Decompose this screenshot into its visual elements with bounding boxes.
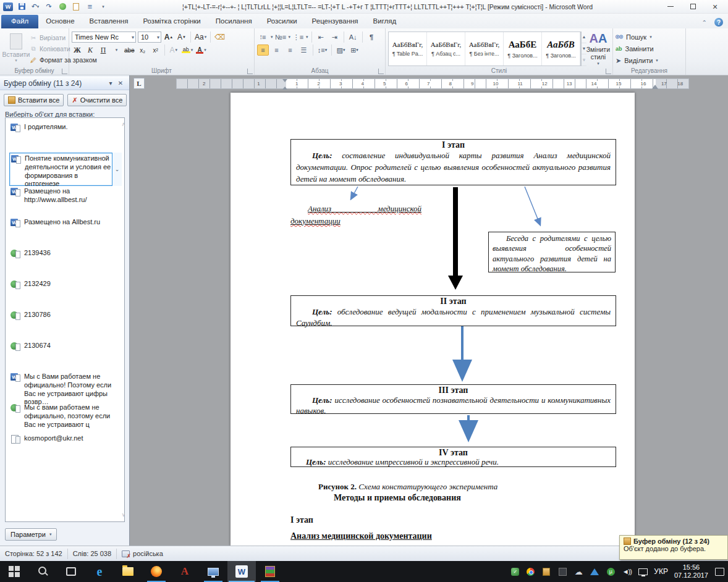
style-item[interactable]: АаБбВвГг, ¶ Table Pa...: [389, 32, 427, 65]
strikethrough-button[interactable]: abe: [124, 44, 135, 56]
help-icon[interactable]: ?: [714, 18, 723, 27]
ribbon-tab[interactable]: Розсилки: [260, 15, 305, 28]
dialog-launcher-icon[interactable]: [606, 69, 611, 74]
highlight-button[interactable]: ab▾: [181, 44, 194, 56]
shading-button[interactable]: ▨▾: [335, 44, 347, 56]
collapse-ribbon-icon[interactable]: ⌃: [702, 19, 707, 26]
dialog-launcher-icon[interactable]: [247, 69, 253, 74]
clear-formatting-button[interactable]: ⌫: [214, 32, 226, 43]
tab-selector[interactable]: L: [133, 78, 145, 89]
antivirus-icon[interactable]: ✓: [511, 568, 519, 576]
decrease-indent-button[interactable]: ⇤: [315, 32, 327, 43]
clipboard-tray-icon[interactable]: [543, 568, 550, 576]
restore-button[interactable]: [688, 2, 697, 11]
clipboard-item[interactable]: 2130786 ⌄: [9, 310, 122, 340]
taskbar-search-icon[interactable]: [28, 561, 57, 582]
dialog-launcher-icon[interactable]: [62, 69, 67, 74]
clipboard-item-dropdown-icon[interactable]: ⌄: [112, 153, 122, 186]
draw-table-icon[interactable]: ≣: [84, 2, 95, 12]
ribbon-tab[interactable]: Розмітка сторінки: [135, 15, 208, 28]
ribbon-tab[interactable]: Вигляд: [366, 15, 404, 28]
taskbar-file-explorer-icon[interactable]: [114, 561, 142, 582]
justify-button[interactable]: ☰: [298, 44, 310, 56]
bullets-button[interactable]: ⁝≡: [257, 32, 269, 43]
pane-close-icon[interactable]: ✕: [116, 78, 125, 88]
right-margin-marker[interactable]: [652, 82, 658, 89]
gallery-up-icon[interactable]: ▲: [582, 32, 586, 43]
language-indicator[interactable]: російська: [117, 549, 168, 559]
utorrent-icon[interactable]: µ: [607, 568, 615, 576]
onedrive-icon[interactable]: ☁: [574, 567, 583, 576]
select-button[interactable]: ➤Виділити▾: [616, 56, 683, 65]
ribbon-tab[interactable]: Вставлення: [82, 15, 136, 28]
clipboard-item[interactable]: 2139436 ⌄: [9, 248, 122, 279]
clipboard-item[interactable]: Размещено на http://www.allbest.ru/ ⌄: [9, 186, 122, 217]
taskbar-edge-icon[interactable]: e: [85, 561, 114, 582]
replace-button[interactable]: abЗамінити: [616, 44, 683, 54]
change-styles-button[interactable]: АА Змінити стилі ▾: [586, 32, 610, 66]
word-count[interactable]: Слів: 25 038: [68, 549, 117, 559]
document-page[interactable]: I этап Цель: составление индивидуальной …: [231, 93, 635, 546]
clock[interactable]: 15:5607.12.2017: [674, 563, 708, 580]
clipboard-item[interactable]: Размещено на Allbest.ru ⌄: [9, 217, 122, 248]
taskbar-red-a-app-icon[interactable]: A: [171, 561, 199, 582]
superscript-button[interactable]: x²: [150, 44, 161, 56]
clipboard-item[interactable]: Понятие коммуникативной деятельности и у…: [9, 153, 122, 186]
volume-icon[interactable]: ◄)): [622, 567, 632, 576]
word-logo-icon[interactable]: W: [2, 2, 14, 12]
increase-indent-button[interactable]: ⇥: [329, 32, 341, 43]
horizontal-ruler[interactable]: 21 12345678910111213141516 1718: [176, 78, 689, 89]
find-button[interactable]: ⌾⌾Пошук▾: [616, 32, 683, 42]
font-size-combo[interactable]: 10▾: [138, 32, 161, 43]
gallery-down-icon[interactable]: ▼: [582, 43, 586, 55]
bold-button[interactable]: Ж: [72, 44, 83, 56]
taskbar-start-icon[interactable]: [0, 561, 28, 582]
italic-button[interactable]: К: [85, 44, 96, 56]
style-item[interactable]: АаБбЕ ¶ Заголов...: [504, 32, 542, 65]
clipboard-item[interactable]: Мы с вами работаем не официально, поэтом…: [9, 402, 122, 433]
list-scroll-up-icon[interactable]: ∧: [121, 121, 125, 127]
sort-button[interactable]: А↓: [347, 32, 359, 43]
ribbon-tab[interactable]: Рецензування: [305, 15, 366, 28]
tab-file[interactable]: Файл: [1, 15, 38, 28]
list-scroll-down-icon[interactable]: ∨: [121, 512, 125, 518]
clipboard-item[interactable]: І родителями. ⌄: [9, 122, 122, 153]
clipboard-item[interactable]: 2130674 ⌄: [9, 340, 122, 371]
chrome-icon[interactable]: [527, 568, 535, 576]
align-center-button[interactable]: ≡: [271, 44, 282, 56]
clear-all-button[interactable]: ✗Очистити все: [67, 94, 127, 106]
close-button[interactable]: ×: [711, 2, 719, 11]
underline-button[interactable]: П: [98, 44, 109, 56]
clipboard-item[interactable]: kosmoport@ukr.net ⌄: [9, 433, 122, 464]
options-button[interactable]: Параметри▾: [5, 528, 57, 541]
network-display-icon[interactable]: [638, 568, 648, 575]
subscript-button[interactable]: x₂: [137, 44, 148, 56]
text-effects-button[interactable]: A▾: [168, 44, 179, 56]
app-grid-icon[interactable]: [559, 568, 567, 576]
style-item[interactable]: АаБбВвГг, ¶ Без інте...: [465, 32, 504, 65]
taskbar-task-view-icon[interactable]: [57, 561, 85, 582]
action-center-icon[interactable]: [715, 568, 724, 576]
line-spacing-button[interactable]: ↕≡▾: [316, 44, 328, 56]
language-switcher[interactable]: УКР: [654, 567, 668, 576]
align-right-button[interactable]: ≡: [284, 44, 296, 56]
numbering-button[interactable]: №≡: [275, 32, 287, 43]
change-case-button[interactable]: Aa▾: [194, 32, 207, 43]
taskbar-pc-app-icon[interactable]: [199, 561, 227, 582]
dialog-launcher-icon[interactable]: [378, 69, 384, 74]
ribbon-tab[interactable]: Посилання: [208, 15, 260, 28]
paste-all-button[interactable]: Вставити все: [4, 94, 64, 106]
minimize-button[interactable]: [666, 2, 675, 11]
taskbar-word-icon[interactable]: W: [227, 561, 256, 582]
style-item[interactable]: АаБбВвГг, ¶ Абзац с...: [427, 32, 465, 65]
indent-marker[interactable]: [282, 79, 288, 90]
redo-icon[interactable]: ↷: [43, 2, 54, 12]
show-marks-button[interactable]: ¶: [366, 32, 378, 43]
update-icon[interactable]: [57, 2, 68, 12]
grow-font-button[interactable]: А▲: [163, 32, 174, 43]
paste-button[interactable]: Вставити ▾: [2, 30, 30, 66]
underline-options-icon[interactable]: ▾: [111, 44, 122, 56]
style-item[interactable]: АаБбВ ¶ Заголов...: [542, 32, 580, 65]
font-color-button[interactable]: А▾: [195, 44, 207, 56]
align-left-button[interactable]: ≡: [257, 44, 269, 56]
